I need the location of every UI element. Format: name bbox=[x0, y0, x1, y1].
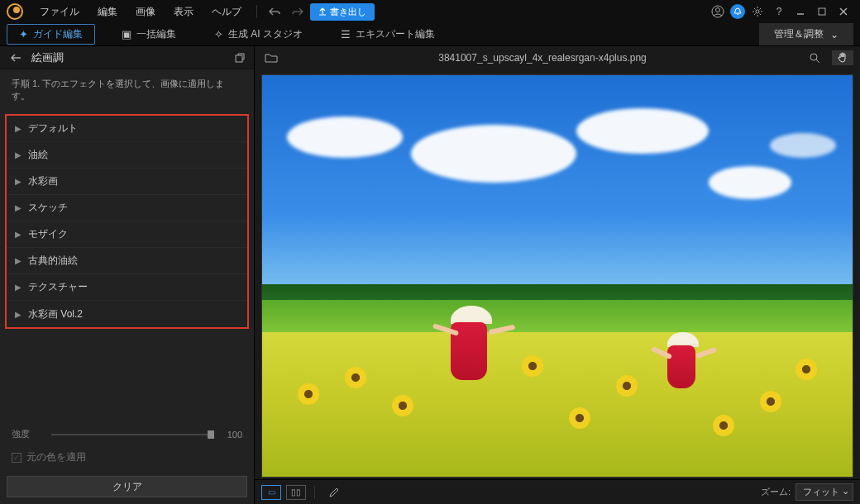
hand-tool-icon[interactable] bbox=[832, 50, 853, 65]
clear-button[interactable]: クリア bbox=[7, 476, 247, 497]
chevron-right-icon: ▶ bbox=[15, 203, 22, 212]
view-split-button[interactable]: ▯▯ bbox=[286, 485, 306, 500]
menu-file[interactable]: ファイル bbox=[31, 2, 88, 22]
category-texture[interactable]: ▶テクスチャー bbox=[7, 274, 247, 301]
zoom-label: ズーム: bbox=[761, 486, 791, 498]
chevron-right-icon: ▶ bbox=[15, 124, 22, 133]
mode-batch-label: 一括編集 bbox=[136, 27, 176, 41]
help-icon[interactable]: ? bbox=[770, 2, 788, 21]
category-label: 油絵 bbox=[28, 148, 48, 162]
canvas-viewport[interactable] bbox=[255, 69, 860, 479]
chevron-right-icon: ▶ bbox=[15, 283, 22, 292]
wand-icon: ✦ bbox=[19, 28, 28, 40]
mode-expert-label: エキスパート編集 bbox=[356, 27, 435, 41]
chevron-down-icon: ⌄ bbox=[842, 486, 849, 497]
category-default[interactable]: ▶デフォルト bbox=[7, 116, 247, 142]
category-watercolor-vol2[interactable]: ▶水彩画 Vol.2 bbox=[7, 301, 247, 327]
chevron-right-icon: ▶ bbox=[15, 310, 22, 319]
original-color-label: 元の色を適用 bbox=[26, 450, 86, 464]
menu-edit[interactable]: 編集 bbox=[89, 2, 126, 22]
zoom-tool-icon[interactable] bbox=[804, 50, 825, 65]
category-label: スケッチ bbox=[28, 201, 68, 215]
mode-ai-label: 生成 AI スタジオ bbox=[228, 27, 303, 41]
app-logo bbox=[7, 3, 23, 20]
view-single-button[interactable]: ▭ bbox=[261, 485, 281, 500]
settings-icon[interactable] bbox=[748, 2, 767, 21]
original-color-row: ✓ 元の色を適用 bbox=[0, 445, 254, 469]
category-oil[interactable]: ▶油絵 bbox=[7, 142, 247, 169]
separator bbox=[256, 5, 257, 18]
separator bbox=[314, 486, 315, 499]
maximize-icon[interactable] bbox=[813, 2, 831, 21]
close-icon[interactable] bbox=[834, 2, 853, 21]
chevron-down-icon: ⌄ bbox=[830, 29, 838, 40]
svg-rect-3 bbox=[819, 8, 825, 15]
folder-icon[interactable] bbox=[261, 50, 281, 65]
image-preview bbox=[261, 74, 853, 478]
chevron-right-icon: ▶ bbox=[15, 256, 22, 265]
menu-help[interactable]: ヘルプ bbox=[203, 2, 250, 22]
original-color-checkbox[interactable]: ✓ bbox=[12, 453, 22, 463]
batch-icon: ▣ bbox=[122, 28, 131, 40]
chevron-right-icon: ▶ bbox=[15, 150, 22, 159]
category-label: デフォルト bbox=[28, 121, 78, 136]
filename-label: 3841007_s_upscayl_4x_realesrgan-x4plus.p… bbox=[288, 52, 797, 64]
strength-label: 強度 bbox=[12, 428, 45, 440]
upload-icon bbox=[318, 7, 327, 16]
canvas-header: 3841007_s_upscayl_4x_realesrgan-x4plus.p… bbox=[255, 46, 860, 69]
ai-icon: ✧ bbox=[214, 28, 223, 40]
export-label: 書き出し bbox=[330, 6, 366, 18]
strength-control: 強度 100 bbox=[0, 423, 254, 445]
undo-button[interactable] bbox=[264, 3, 285, 20]
zoom-value: フィット bbox=[803, 487, 839, 497]
category-watercolor[interactable]: ▶水彩画 bbox=[7, 169, 247, 195]
svg-point-5 bbox=[810, 54, 817, 60]
minimize-icon[interactable] bbox=[791, 2, 810, 21]
sidebar-instruction: 手順 1. 下のエフェクトを選択して、画像に適用します。 bbox=[0, 69, 254, 111]
export-button[interactable]: 書き出し bbox=[310, 3, 375, 21]
mode-guide-edit[interactable]: ✦ ガイド編集 bbox=[7, 24, 95, 45]
mode-batch-edit[interactable]: ▣ 一括編集 bbox=[110, 25, 188, 44]
strength-value: 100 bbox=[221, 430, 242, 440]
categories-highlight: ▶デフォルト ▶油絵 ▶水彩画 ▶スケッチ ▶モザイク ▶古典的油絵 ▶テクスチ… bbox=[5, 114, 249, 329]
category-sketch[interactable]: ▶スケッチ bbox=[7, 195, 247, 221]
svg-point-2 bbox=[756, 10, 759, 13]
sidebar-header: 絵画調 bbox=[0, 46, 254, 69]
back-button[interactable] bbox=[7, 51, 25, 64]
category-classic-oil[interactable]: ▶古典的油絵 bbox=[7, 248, 247, 274]
menu-view[interactable]: 表示 bbox=[165, 2, 202, 22]
chevron-right-icon: ▶ bbox=[15, 230, 22, 239]
manage-adjust-button[interactable]: 管理＆調整 ⌄ bbox=[759, 23, 853, 45]
mode-bar: ✦ ガイド編集 ▣ 一括編集 ✧ 生成 AI スタジオ ☰ エキスパート編集 管… bbox=[0, 23, 860, 46]
mode-ai-studio[interactable]: ✧ 生成 AI スタジオ bbox=[203, 25, 314, 44]
top-menu-bar: ファイル 編集 画像 表示 ヘルプ 書き出し ? bbox=[0, 0, 860, 23]
notification-icon[interactable] bbox=[730, 4, 745, 19]
redo-button[interactable] bbox=[287, 3, 308, 20]
effects-sidebar: 絵画調 手順 1. 下のエフェクトを選択して、画像に適用します。 ▶デフォルト … bbox=[0, 46, 255, 504]
mode-guide-label: ガイド編集 bbox=[33, 27, 83, 41]
category-label: テクスチャー bbox=[28, 280, 88, 294]
chevron-right-icon: ▶ bbox=[15, 177, 22, 186]
svg-point-1 bbox=[716, 8, 720, 12]
sliders-icon: ☰ bbox=[341, 28, 351, 40]
strength-slider[interactable] bbox=[51, 434, 214, 435]
sidebar-title: 絵画調 bbox=[31, 50, 226, 65]
menu-image[interactable]: 画像 bbox=[127, 2, 164, 22]
brush-tool-icon[interactable] bbox=[323, 485, 343, 500]
svg-rect-4 bbox=[236, 55, 242, 62]
mode-expert-edit[interactable]: ☰ エキスパート編集 bbox=[329, 25, 447, 44]
category-mosaic[interactable]: ▶モザイク bbox=[7, 221, 247, 248]
zoom-select[interactable]: フィット ⌄ bbox=[796, 483, 853, 501]
undock-icon[interactable] bbox=[232, 50, 247, 65]
account-icon[interactable] bbox=[709, 2, 727, 21]
category-label: 水彩画 Vol.2 bbox=[28, 307, 83, 321]
category-label: モザイク bbox=[28, 227, 68, 241]
canvas-area: 3841007_s_upscayl_4x_realesrgan-x4plus.p… bbox=[255, 46, 860, 504]
category-label: 古典的油絵 bbox=[28, 254, 78, 268]
manage-label: 管理＆調整 bbox=[774, 27, 824, 41]
category-label: 水彩画 bbox=[28, 174, 58, 188]
canvas-footer: ▭ ▯▯ ズーム: フィット ⌄ bbox=[255, 479, 860, 504]
slider-handle[interactable] bbox=[208, 430, 214, 439]
